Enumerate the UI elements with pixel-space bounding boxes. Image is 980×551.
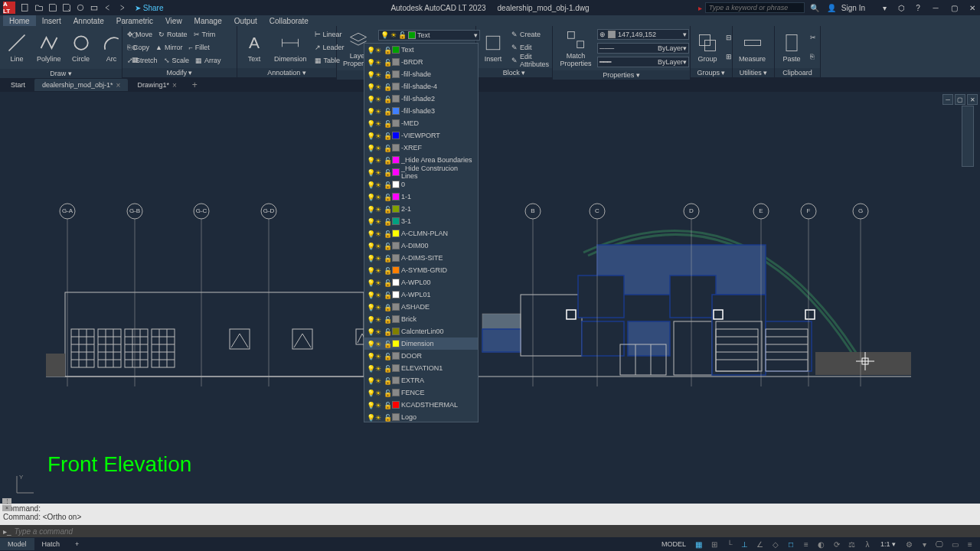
layer-item[interactable]: 💡☀🔓A-CLMN-PLAN bbox=[364, 227, 478, 240]
filetab-dealership[interactable]: dealership_mod_obj-1*× bbox=[34, 79, 128, 91]
layer-dropdown-popup[interactable]: 💡☀🔓Text💡☀🔓-BRDR💡☀🔓-fill-shade💡☀🔓-fill-sh… bbox=[364, 43, 479, 422]
tab-view[interactable]: View bbox=[159, 15, 188, 26]
snap-icon[interactable]: ⊞ bbox=[707, 538, 721, 550]
polyline-button[interactable]: Polyline bbox=[32, 28, 66, 67]
create-block[interactable]: ✎ Create bbox=[508, 28, 552, 41]
panel-utilities[interactable]: Utilities ▾ bbox=[733, 68, 774, 77]
drawing-canvas[interactable]: ─ ▢ ✕ bbox=[0, 92, 980, 504]
filetab-drawing1[interactable]: Drawing1*× bbox=[129, 79, 184, 91]
layer-item[interactable]: 💡☀🔒ASHADE bbox=[364, 301, 478, 313]
ws-icon[interactable]: ▾ bbox=[917, 538, 931, 550]
qat-undo[interactable] bbox=[101, 2, 115, 14]
help-icon[interactable]: ? bbox=[911, 2, 925, 14]
panel-annotation[interactable]: Annotation ▾ bbox=[237, 68, 336, 77]
minimize-button[interactable]: ─ bbox=[928, 2, 943, 14]
close-button[interactable]: ✕ bbox=[965, 2, 980, 14]
layer-item[interactable]: 💡☀🔓A-WPL01 bbox=[364, 289, 478, 301]
layer-item[interactable]: 💡☀🔓A-DIM00 bbox=[364, 240, 478, 252]
cycle-icon[interactable]: ⟳ bbox=[830, 538, 844, 550]
layer-item[interactable]: 💡☀🔓_Hide Construcion Lines bbox=[364, 166, 478, 178]
maximize-button[interactable]: ▢ bbox=[946, 2, 962, 14]
match-properties[interactable]: Match Properties bbox=[554, 28, 597, 69]
qat-plot[interactable] bbox=[87, 2, 101, 14]
layer-item[interactable]: 💡☀🔓-BRDR bbox=[364, 56, 478, 68]
grid-icon[interactable]: ▦ bbox=[692, 538, 706, 550]
panel-groups[interactable]: Groups ▾ bbox=[691, 68, 732, 77]
color-combo[interactable]: ⊕ 147,149,152▾ bbox=[597, 29, 689, 40]
copy-clip[interactable]: ⎘ bbox=[807, 51, 819, 63]
tab-insert[interactable]: Insert bbox=[36, 15, 67, 26]
exchange-icon[interactable]: ▾ bbox=[877, 2, 891, 14]
layer-item[interactable]: 💡☀🔓-VIEWPORT bbox=[364, 129, 478, 142]
layer-item[interactable]: 💡☀🔓A-SYMB-GRID bbox=[364, 264, 478, 276]
tab-annotate[interactable]: Annotate bbox=[67, 15, 110, 26]
line-button[interactable]: Line bbox=[2, 28, 32, 67]
transparency-icon[interactable]: ◐ bbox=[815, 538, 828, 550]
copy-button[interactable]: ⎘ Copy ▲ Mirror ⌐ Fillet bbox=[124, 41, 235, 54]
layer-item[interactable]: 💡☀🔓1-1 bbox=[364, 191, 478, 203]
move-button[interactable]: ✥ Move ↻ Rotate ✂ Trim bbox=[124, 28, 235, 41]
panel-modify[interactable]: Modify ▾ bbox=[122, 68, 237, 77]
scale-label[interactable]: 1:1 ▾ bbox=[876, 540, 900, 548]
layer-item[interactable]: 💡☀🔓Text bbox=[364, 44, 478, 56]
modelspace-label[interactable]: MODEL bbox=[657, 540, 691, 548]
layer-item[interactable]: 💡☀🔓EXTRA bbox=[364, 374, 478, 386]
filetab-start[interactable]: Start bbox=[3, 79, 33, 91]
close-icon[interactable]: × bbox=[116, 81, 121, 90]
command-input[interactable] bbox=[15, 527, 977, 536]
layer-item[interactable]: 💡☀🔓KCADSTHERMAL bbox=[364, 399, 478, 411]
layout-model[interactable]: Model bbox=[0, 538, 34, 550]
panel-draw[interactable]: Draw ▾ bbox=[0, 69, 122, 78]
layout-hatch[interactable]: Hatch bbox=[34, 538, 68, 550]
clean-icon[interactable]: ▭ bbox=[948, 538, 962, 550]
customize-icon[interactable]: ≡ bbox=[963, 538, 977, 550]
edit-block[interactable]: ✎ Edit bbox=[508, 41, 552, 54]
signin-label[interactable]: Sign In bbox=[841, 4, 865, 12]
layer-item[interactable]: 💡☀🔓DOOR bbox=[364, 350, 478, 362]
gear-icon[interactable]: ⚙ bbox=[902, 538, 916, 550]
layer-item[interactable]: 💡☀🔓A-DIMS-SITE bbox=[364, 252, 478, 264]
layer-item[interactable]: 💡☀🔓0 bbox=[364, 178, 478, 191]
edit-attr[interactable]: ✎ Edit Attributes bbox=[508, 54, 552, 67]
circle-button[interactable]: Circle bbox=[66, 28, 96, 67]
search-input[interactable] bbox=[705, 2, 805, 13]
search-icon[interactable]: 🔍 bbox=[808, 2, 822, 14]
layer-item[interactable]: 💡☀🔓Dimension bbox=[364, 337, 478, 350]
tab-manage[interactable]: Manage bbox=[188, 15, 228, 26]
qat-new[interactable] bbox=[18, 2, 32, 14]
layer-item[interactable]: 💡☀🔓-fill-shade-4 bbox=[364, 80, 478, 93]
linetype-combo[interactable]: ─── ByLayer ▾ bbox=[597, 43, 689, 54]
cmd-close[interactable]: × bbox=[2, 505, 11, 511]
tab-home[interactable]: Home bbox=[3, 15, 36, 26]
layout-add[interactable]: + bbox=[67, 538, 87, 550]
layer-item[interactable]: 💡☀🔓-fill-shade bbox=[364, 68, 478, 80]
layer-item[interactable]: 💡☀🔓CalcnterLin00 bbox=[364, 325, 478, 337]
add-tab[interactable]: + bbox=[186, 80, 204, 90]
panel-properties[interactable]: Properties ▾ bbox=[553, 70, 690, 80]
iso-icon[interactable]: ◇ bbox=[769, 538, 782, 550]
osnap-icon[interactable]: □ bbox=[784, 538, 798, 550]
annoscale-icon[interactable]: ⚖ bbox=[845, 538, 859, 550]
layer-item[interactable]: 💡☀🔓2-1 bbox=[364, 203, 478, 215]
qat-save[interactable] bbox=[46, 2, 60, 14]
share-button[interactable]: ➤ Share bbox=[135, 4, 163, 12]
qat-redo[interactable] bbox=[115, 2, 129, 14]
polar-icon[interactable]: ∠ bbox=[753, 538, 767, 550]
layer-item[interactable]: 💡☀🔓-MED bbox=[364, 117, 478, 129]
layer-item[interactable]: 💡☀🔓Logo bbox=[364, 411, 478, 423]
lwt-icon[interactable]: ≡ bbox=[799, 538, 813, 550]
qat-saveas[interactable] bbox=[60, 2, 74, 14]
text-button[interactable]: AText bbox=[239, 28, 270, 67]
close-icon[interactable]: × bbox=[172, 81, 177, 90]
qat-open[interactable] bbox=[32, 2, 46, 14]
cut[interactable]: ✂ bbox=[807, 31, 819, 44]
tab-output[interactable]: Output bbox=[228, 15, 263, 26]
stretch-button[interactable]: ⤢ Stretch ⤡ Scale ▦ Array bbox=[124, 54, 235, 67]
qat-web[interactable] bbox=[74, 2, 87, 14]
paste-button[interactable]: Paste bbox=[776, 28, 807, 67]
layer-item[interactable]: 💡☀🔓3-1 bbox=[364, 215, 478, 227]
signin-icon[interactable]: 👤 bbox=[825, 2, 838, 14]
group-button[interactable]: Group bbox=[692, 28, 723, 67]
layer-item[interactable]: 💡☀🔓ELEVATION1 bbox=[364, 362, 478, 374]
tab-collaborate[interactable]: Collaborate bbox=[263, 15, 315, 26]
